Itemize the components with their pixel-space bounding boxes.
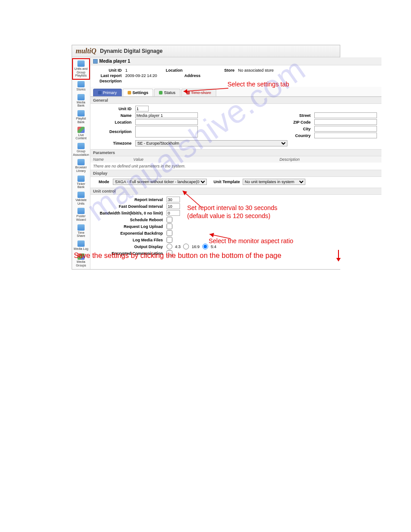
timezone-label: Timezone	[95, 141, 135, 146]
sidebar-item-label: Playlist Bank	[73, 117, 89, 124]
poster-icon	[77, 208, 85, 214]
tabs: Primary Settings Status Time share	[90, 87, 381, 97]
media-groups-icon	[77, 253, 85, 260]
sidebar-item-media-log[interactable]: Media Log	[72, 239, 90, 252]
playlist-bank-icon	[77, 110, 85, 116]
primary-icon	[98, 91, 102, 94]
encrypted-checkbox[interactable]	[167, 250, 172, 256]
sidebar-item-ticker-bank[interactable]: Ticker Bank	[72, 174, 90, 190]
tab-primary[interactable]: Primary	[93, 89, 122, 96]
live-content-icon	[77, 127, 85, 133]
zip-input[interactable]	[314, 119, 377, 125]
tab-label: Primary	[103, 90, 117, 95]
sidebar-item-label: Poster Wizard	[73, 215, 89, 221]
timezone-select[interactable]: SE - Europe/Stockholm	[135, 140, 287, 146]
sidebar-item-browser-lib[interactable]: Browser Library	[72, 158, 90, 174]
stores-icon	[77, 81, 85, 87]
sidebar-item-media-bank[interactable]: Media Bank	[72, 93, 90, 109]
last-report-label: Last report	[95, 73, 122, 78]
sidebar-item-group-assoc[interactable]: Group Association	[72, 142, 90, 158]
media-bank-icon	[77, 94, 85, 100]
timeshare-icon	[77, 224, 85, 231]
sidebar-item-timeshare[interactable]: Time Share	[72, 223, 90, 239]
ratio-43-label: 4:3	[175, 245, 181, 249]
params-table: Name Value Description There are no defi…	[90, 156, 381, 170]
info-block: Unit ID1 Location StoreNo associated sto…	[90, 65, 381, 87]
fast-download-label: Fast Download Interval	[95, 204, 167, 209]
request-log-checkbox[interactable]	[167, 223, 172, 229]
location-input[interactable]	[135, 119, 198, 125]
sidebar-item-label: Group Association	[73, 150, 89, 156]
schedule-reboot-checkbox[interactable]	[167, 217, 172, 223]
location-value	[186, 68, 213, 73]
sidebar-item-stores[interactable]: Stores	[72, 80, 90, 93]
description-label: Description	[95, 79, 122, 83]
encrypted-label: Encrypted Communication	[95, 251, 167, 256]
tab-status[interactable]: Status	[154, 89, 180, 96]
unit-control-form: Report Interval Fast Download Interval B…	[90, 195, 381, 259]
report-interval-label: Report Interval	[95, 197, 167, 202]
sidebar-item-validate[interactable]: Validate Units	[72, 190, 90, 206]
tab-label: Time share	[191, 90, 211, 95]
sidebar-item-live-content[interactable]: Live Content	[72, 125, 90, 142]
app-header: multiQ Dynamic Digital Signage	[72, 45, 340, 57]
sidebar-item-label: Media Bank	[73, 101, 89, 107]
section-display: Display	[90, 170, 381, 177]
ratio-54-radio[interactable]	[202, 244, 208, 249]
sidebar-item-media-groups[interactable]: Media Groups	[72, 252, 90, 268]
log-media-label: Log Media Files	[95, 238, 167, 242]
schedule-reboot-label: Schedule Reboot	[95, 218, 167, 222]
fast-download-input[interactable]	[167, 203, 180, 209]
panel-icon	[93, 59, 98, 64]
bandwidth-label: Bandwidth limit(kbit/s, 0 no limit)	[95, 211, 167, 215]
sidebar-item-label: Validate Units	[73, 198, 89, 205]
ratio-54-label: 5:4	[211, 245, 217, 249]
app-frame: multiQ Dynamic Digital Signage Units and…	[72, 45, 340, 270]
city-label: City	[287, 127, 314, 131]
section-general: General	[90, 97, 381, 104]
bandwidth-input[interactable]	[167, 210, 180, 216]
ratio-169-radio[interactable]	[183, 244, 189, 249]
panel-title-bar: Media player 1	[90, 57, 381, 65]
exp-backdrop-checkbox[interactable]	[167, 230, 172, 236]
sidebar-item-poster[interactable]: Poster Wizard	[72, 206, 90, 223]
status-icon	[159, 91, 163, 94]
params-header: Name Value Description	[90, 156, 381, 163]
ratio-43-radio[interactable]	[167, 244, 172, 249]
name-input[interactable]	[135, 112, 198, 118]
street-input[interactable]	[314, 112, 377, 118]
col-name: Name	[93, 157, 133, 162]
address-label: Address	[178, 73, 201, 78]
template-select[interactable]: No unit templates in system	[243, 179, 305, 185]
sidebar-item-label: Media Groups	[73, 260, 89, 267]
store-label: Store	[217, 68, 235, 73]
sidebar-item-label: Stores	[73, 88, 89, 91]
sidebar-item-label: Browser Library	[73, 166, 89, 172]
report-interval-input[interactable]	[167, 197, 180, 202]
sidebar-item-playlist-bank[interactable]: Playlist Bank	[72, 109, 90, 125]
sidebar-item-label: Ticker Bank	[73, 182, 89, 189]
description-input[interactable]	[135, 126, 198, 137]
display-form: Mode SXGA - Full screen without ticker -…	[90, 177, 381, 188]
unit-id-label: Unit ID	[95, 68, 122, 73]
unit-id-input[interactable]	[135, 106, 149, 112]
units-icon	[77, 60, 85, 67]
general-form: Unit ID Name Location Description Timezo…	[90, 104, 381, 149]
validate-icon	[77, 192, 85, 198]
location-field-label: Location	[95, 120, 135, 124]
city-input[interactable]	[314, 126, 377, 132]
template-label: Unit Template	[207, 180, 243, 184]
group-assoc-icon	[77, 143, 85, 149]
tab-label: Settings	[133, 90, 149, 95]
tab-timeshare[interactable]: Time share	[181, 89, 216, 96]
zip-label: ZIP Code	[287, 120, 314, 124]
mode-select[interactable]: SXGA - Full screen without ticker - land…	[113, 179, 207, 185]
sidebar-item-units[interactable]: Units and Group Playlists	[72, 58, 90, 80]
content: Media player 1 Unit ID1 Location StoreNo…	[90, 57, 381, 269]
tab-settings[interactable]: Settings	[123, 89, 154, 96]
timeshare-tab-icon	[186, 91, 190, 94]
country-input[interactable]	[314, 133, 377, 138]
request-log-label: Request Log Upload	[95, 224, 167, 229]
log-media-checkbox[interactable]	[167, 237, 172, 243]
output-display-label: Output Display	[95, 245, 167, 249]
